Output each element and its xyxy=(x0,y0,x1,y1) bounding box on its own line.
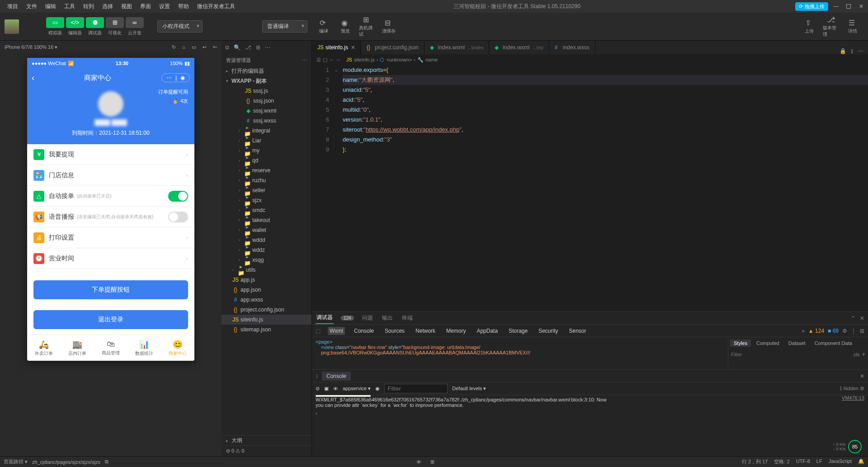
avatar[interactable] xyxy=(5,19,19,34)
file-wallet[interactable]: ›▸📁wallet xyxy=(222,225,311,235)
bc-prop[interactable]: name xyxy=(425,57,438,62)
explorer-more-icon[interactable]: ⋯ xyxy=(302,57,307,63)
menu-视图[interactable]: 视图 xyxy=(118,2,136,11)
visual-button[interactable]: ⊞ xyxy=(106,17,124,28)
panel-Memory[interactable]: Memory xyxy=(444,327,467,335)
toggle[interactable] xyxy=(168,212,188,222)
styles-tab-Computed[interactable]: Computed xyxy=(753,340,783,347)
bc-bookmark-icon[interactable]: ▢ xyxy=(323,57,327,63)
file-seller[interactable]: ›▸📁seller xyxy=(222,185,311,195)
branch-icon[interactable]: ⎇ xyxy=(245,44,251,51)
devtab-输出[interactable]: 输出 xyxy=(381,312,394,324)
language[interactable]: JavaScript xyxy=(829,458,852,465)
context-dropdown[interactable]: appservice ▾ xyxy=(343,386,371,392)
dock-icon[interactable]: ⊞ xyxy=(860,328,864,334)
tb-预览[interactable]: ◉预览 xyxy=(337,19,354,35)
styles-filter-input[interactable] xyxy=(731,352,853,357)
menu-项目[interactable]: 项目 xyxy=(4,2,22,11)
more-icon[interactable]: ⋯ xyxy=(858,48,863,54)
setting-row[interactable]: 🏪门店信息› xyxy=(27,165,194,186)
gear-icon[interactable]: ⚙ xyxy=(842,328,847,334)
console-eye-icon[interactable]: 👁 xyxy=(333,386,338,392)
scene-icon[interactable]: ⊞ xyxy=(430,459,434,465)
console-clear-icon[interactable]: ⊘ xyxy=(316,386,320,392)
section-project[interactable]: ▾WXAPP - 副本 xyxy=(222,76,311,86)
file-project.config.json[interactable]: {}project.config.json xyxy=(222,305,311,315)
device-dropdown[interactable]: iPhone 6/7/8 100% 16 ▾ xyxy=(5,44,57,50)
styles-tab-Styles[interactable]: Styles xyxy=(730,340,751,347)
file-app.wxss[interactable]: #app.wxss xyxy=(222,295,311,305)
menu-工具[interactable]: 工具 xyxy=(61,2,79,11)
devtab-终端[interactable]: 终端 xyxy=(401,312,414,324)
setting-row[interactable]: 🖨打印设置› xyxy=(27,227,194,248)
phone-icon[interactable]: ▭ xyxy=(192,44,196,50)
bc-func[interactable]: <unknown> xyxy=(386,57,412,62)
maximize-icon[interactable] xyxy=(845,3,852,9)
live-icon[interactable]: ◉ xyxy=(375,386,380,392)
tab-project.config.json[interactable]: {}project.config.json xyxy=(361,41,425,54)
eol[interactable]: LF xyxy=(816,458,822,465)
panel-Wxml[interactable]: Wxml xyxy=(328,327,345,335)
tab-close-icon[interactable]: ✕ xyxy=(351,44,355,51)
file-utils[interactable]: ›▸📁utils xyxy=(222,265,311,275)
split-icon[interactable]: ⫿ xyxy=(851,48,854,54)
file-sjzx[interactable]: ›▸📁sjzx xyxy=(222,195,311,205)
tb-版本管理[interactable]: ⎇版本管理 xyxy=(823,19,839,35)
remind-button[interactable]: 下单提醒按钮 xyxy=(33,280,188,299)
page-path-dropdown[interactable]: 页面路径 ▾ xyxy=(4,458,28,465)
tabbar-外卖订单[interactable]: 🛵外卖订单 xyxy=(27,335,61,361)
file-sitemap.json[interactable]: {}sitemap.json xyxy=(222,325,311,335)
tabbar-店内订单[interactable]: 🏬店内订单 xyxy=(61,335,94,361)
tabbar-商品管理[interactable]: 🛍商品管理 xyxy=(94,335,127,361)
section-open-editors[interactable]: ▸打开的编辑器 xyxy=(222,66,311,76)
logout-button[interactable]: 退出登录 xyxy=(33,310,188,329)
file-sssj.wxss[interactable]: #sssj.wxss xyxy=(222,116,311,126)
file-siteinfo.js[interactable]: JSsiteinfo.js xyxy=(222,315,311,325)
console-close-icon[interactable]: ✕ xyxy=(860,373,864,379)
search-icon[interactable]: 🔍 xyxy=(234,44,241,51)
file-app.json[interactable]: {}app.json xyxy=(222,285,311,295)
menu-帮助[interactable]: 帮助 xyxy=(175,2,193,11)
cloud-button[interactable]: ∞ xyxy=(126,17,144,28)
console-sidebar-icon[interactable]: ⫶ xyxy=(316,373,318,379)
file-my[interactable]: ›▸📁my xyxy=(222,146,311,156)
simulator-button[interactable]: ▭ xyxy=(46,17,64,28)
tb-上传[interactable]: ⇧上传 xyxy=(801,19,817,35)
copy-path-icon[interactable]: ⧉ xyxy=(105,459,108,465)
file-qd[interactable]: ›▸📁qd xyxy=(222,156,311,165)
perf-score[interactable]: 85 xyxy=(848,440,862,453)
tab-index.wxss[interactable]: #index.wxss xyxy=(549,41,595,54)
tb-编译[interactable]: ⟳编译 xyxy=(316,19,332,35)
console-filter-input[interactable] xyxy=(384,384,448,393)
copy-icon[interactable]: ⧉ xyxy=(225,44,229,51)
file-Liar[interactable]: ›▸📁Liar xyxy=(222,136,311,146)
editor-button[interactable]: </> xyxy=(66,17,84,28)
menu-编辑[interactable]: 编辑 xyxy=(42,2,60,11)
file-wddz[interactable]: ›▸📁wddz xyxy=(222,245,311,255)
upload-badge[interactable]: ⟳拖拽上传 xyxy=(795,2,828,11)
menu-转到[interactable]: 转到 xyxy=(80,2,98,11)
tb-详情[interactable]: ☰详情 xyxy=(844,19,861,35)
outline-section[interactable]: ▸大纲 xyxy=(222,435,311,445)
panel-Sources[interactable]: Sources xyxy=(383,327,406,335)
dt-close-icon[interactable]: ✕ xyxy=(860,315,864,321)
bc-menu-icon[interactable]: ☰ xyxy=(316,57,321,63)
file-takeout[interactable]: ›▸📁takeout xyxy=(222,215,311,225)
tab-index.wxml[interactable]: ◆index.wxml...\my xyxy=(489,41,549,54)
tab-siteinfo.js[interactable]: JSsiteinfo.js✕ xyxy=(312,41,361,54)
menu-设置[interactable]: 设置 xyxy=(156,2,174,11)
tab-index.wxml[interactable]: ◆index.wxml...\index xyxy=(425,41,489,54)
menu-微信开发者工具[interactable]: 微信开发者工具 xyxy=(193,2,239,11)
close-icon[interactable]: ✕ xyxy=(858,3,864,9)
panel-Network[interactable]: Network xyxy=(414,327,437,335)
debugger-button[interactable]: ⬣ xyxy=(86,17,104,28)
cursor-pos[interactable]: 行 2，列 17 xyxy=(742,458,768,465)
toggle[interactable] xyxy=(168,191,188,202)
devtab-问题[interactable]: 问题 xyxy=(361,312,374,324)
mode-dropdown[interactable]: 小程序模式 xyxy=(157,20,203,33)
levels-dropdown[interactable]: Default levels ▾ xyxy=(452,386,486,392)
more-panels-icon[interactable]: » xyxy=(802,328,805,334)
rotate-icon[interactable]: ↩ xyxy=(203,44,207,50)
panel-Console[interactable]: Console xyxy=(352,327,376,335)
menu-icon[interactable]: ⋮ xyxy=(851,328,856,334)
